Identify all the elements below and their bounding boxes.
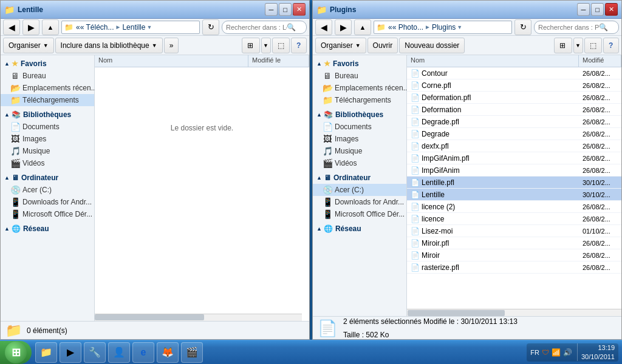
back-button-left[interactable]: ◀ [3, 19, 20, 35]
inclure-button-left[interactable]: Inclure dans la bibliothèque ▼ [55, 38, 163, 53]
close-button-right[interactable]: ✕ [605, 3, 618, 16]
sidebar-item-telechargements-left[interactable]: 📁 Téléchargements [1, 94, 94, 106]
col-modified-header-right[interactable]: Modifié [579, 55, 621, 67]
up-button-left[interactable]: ▲ [42, 19, 59, 35]
hscroll-right[interactable] [407, 309, 621, 316]
address-box-left[interactable]: 📁 «« Téléch... ► Lentille ▼ [61, 21, 200, 34]
nouveau-dossier-button-right[interactable]: Nouveau dossier [399, 38, 465, 53]
sidebar-item-bureau-right[interactable]: 🖥 Bureau [313, 70, 406, 82]
help-button-left[interactable]: ? [291, 38, 307, 53]
file-row[interactable]: 📄Degrade.pfl26/08/2... [407, 116, 621, 128]
file-row[interactable]: 📄Lentille30/10/2... [407, 189, 621, 201]
taskbar-explorer-left[interactable]: 📁 [35, 342, 57, 363]
file-row[interactable]: 📄Lentille.pfl30/10/2... [407, 177, 621, 189]
file-row[interactable]: 📄ImpGifAnim26/08/2... [407, 164, 621, 177]
taskbar-firefox[interactable]: 🦊 [157, 342, 179, 363]
sidebar-header-reseau-right[interactable]: ▲ 🌐 Réseau [313, 223, 406, 235]
sidebar-item-telechargements-right[interactable]: 📁 Téléchargements [313, 94, 406, 106]
sidebar-header-biblio-left[interactable]: ▲ 📚 Bibliothèques [1, 109, 94, 121]
sidebar-item-bureau-left[interactable]: 🖥 Bureau [1, 70, 94, 82]
forward-button-right[interactable]: ▶ [335, 19, 352, 35]
organiser-button-left[interactable]: Organiser ▼ [3, 38, 54, 53]
sidebar-item-documents-left[interactable]: 📄 Documents [1, 121, 94, 133]
search-box-right[interactable]: 🔍 [534, 21, 619, 34]
sidebar-header-biblio-right[interactable]: ▲ 📚 Bibliothèques [313, 109, 406, 121]
file-name-text: Miroir [422, 251, 440, 260]
refresh-button-right[interactable]: ↻ [514, 19, 531, 35]
refresh-button-left[interactable]: ↻ [202, 19, 219, 35]
file-row[interactable]: 📄Deformation.pfl26/08/2... [407, 92, 621, 104]
sidebar-header-favoris-left[interactable]: ▲ ★ Favoris [1, 58, 94, 70]
maximize-button-right[interactable]: □ [591, 3, 604, 16]
file-name-text: ImpGifAnim [422, 166, 460, 175]
file-row[interactable]: 📄Miroir.pfl26/08/2... [407, 237, 621, 249]
sidebar-item-msoffice-right[interactable]: 📱 Microsoft Office Dér... [313, 208, 406, 220]
file-modified-cell: 26/08/2... [579, 106, 621, 114]
sidebar-item-emplacements-left[interactable]: 📂 Emplacements récen... [1, 82, 94, 94]
taskbar-mediaplayer[interactable]: ▶ [60, 342, 81, 363]
clock-area[interactable]: 13:19 30/10/2011 [577, 343, 615, 361]
search-input-right[interactable] [538, 24, 599, 31]
sidebar-item-musique-right[interactable]: 🎵 Musique [313, 145, 406, 157]
file-row[interactable]: 📄Lisez-moi01/10/2... [407, 225, 621, 237]
pane-button-right[interactable]: ⬚ [584, 38, 602, 53]
forward-button-left[interactable]: ▶ [22, 19, 39, 35]
addr-chevron-left: ▼ [146, 24, 152, 30]
view-button-left[interactable]: ⊞ [242, 38, 260, 53]
search-box-left[interactable]: 🔍 [222, 21, 307, 34]
sidebar-header-ordinateur-left[interactable]: ▲ 🖥 Ordinateur [1, 172, 94, 184]
file-row[interactable]: 📄rasterize.pfl26/08/2... [407, 261, 621, 274]
sidebar-item-acer-left[interactable]: 💿 Acer (C:) [1, 184, 94, 196]
sidebar-item-emplacements-right[interactable]: 📂 Emplacements récen... [313, 82, 406, 94]
sidebar-header-favoris-right[interactable]: ▲ ★ Favoris [313, 58, 406, 70]
sidebar-item-videos-left[interactable]: 🎬 Vidéos [1, 157, 94, 169]
minimize-button-left[interactable]: ─ [265, 3, 278, 16]
maximize-button-left[interactable]: □ [279, 3, 292, 16]
view-arrow-right[interactable]: ▼ [573, 38, 583, 53]
col-name-header-right[interactable]: Nom [407, 55, 579, 67]
up-button-right[interactable]: ▲ [354, 19, 371, 35]
col-name-header-left[interactable]: Nom [95, 55, 248, 67]
close-button-left[interactable]: ✕ [293, 3, 306, 16]
file-row[interactable]: 📄Degrade26/08/2... [407, 128, 621, 140]
organiser-button-right[interactable]: Organiser ▼ [315, 38, 366, 53]
ouvrir-button-right[interactable]: Ouvrir [367, 38, 398, 53]
sidebar-item-documents-right[interactable]: 📄 Documents [313, 121, 406, 133]
taskbar-ie[interactable]: e [132, 342, 154, 363]
file-row[interactable]: 📄Corne.pfl26/08/2... [407, 79, 621, 92]
sidebar-header-ordinateur-right[interactable]: ▲ 🖥 Ordinateur [313, 172, 406, 184]
search-input-left[interactable] [226, 24, 287, 31]
sidebar-item-images-right[interactable]: 🖼 Images [313, 133, 406, 145]
addr-current-right: Plugins [432, 23, 456, 32]
view-arrow-left[interactable]: ▼ [261, 38, 271, 53]
sidebar-item-musique-left[interactable]: 🎵 Musique [1, 145, 94, 157]
file-row[interactable]: 📄ImpGifAnim.pfl26/08/2... [407, 152, 621, 164]
view-button-right[interactable]: ⊞ [554, 38, 572, 53]
help-button-right[interactable]: ? [603, 38, 619, 53]
file-row[interactable]: 📄licence26/08/2... [407, 213, 621, 225]
sidebar-item-downloads-left[interactable]: 📱 Downloads for Andr... [1, 196, 94, 208]
pane-button-left[interactable]: ⬚ [272, 38, 290, 53]
ordinateur-icon-left: 🖥 [12, 174, 19, 182]
file-row[interactable]: 📄Miroir26/08/2... [407, 249, 621, 261]
sidebar-item-acer-right[interactable]: 💿 Acer (C:) [313, 184, 406, 196]
sidebar-item-msoffice-left[interactable]: 📱 Microsoft Office Dér... [1, 208, 94, 220]
file-row[interactable]: 📄Contour26/08/2... [407, 67, 621, 79]
taskbar-app3[interactable]: 🎬 [181, 342, 203, 363]
back-button-right[interactable]: ◀ [315, 19, 332, 35]
taskbar-app2[interactable]: 👤 [108, 342, 130, 363]
address-box-right[interactable]: 📁 «« Photo... ► Plugins ▼ [374, 21, 512, 34]
sidebar-item-videos-right[interactable]: 🎬 Vidéos [313, 157, 406, 169]
file-row[interactable]: 📄dexfx.pfl26/08/2... [407, 140, 621, 152]
start-button[interactable]: ⊞ [0, 341, 32, 364]
more-button-left[interactable]: » [164, 38, 179, 53]
minimize-button-right[interactable]: ─ [577, 3, 590, 16]
taskbar-app1[interactable]: 🔧 [84, 342, 106, 363]
hscroll-left[interactable] [95, 314, 302, 321]
sidebar-item-downloads-right[interactable]: 📱 Downloads for Andr... [313, 196, 406, 208]
sidebar-header-reseau-left[interactable]: ▲ 🌐 Réseau [1, 223, 94, 235]
file-row[interactable]: 📄Deformation26/08/2... [407, 104, 621, 116]
sidebar-item-images-left[interactable]: 🖼 Images [1, 133, 94, 145]
col-modified-header-left[interactable]: Modifié le [248, 55, 309, 67]
file-row[interactable]: 📄licence (2)26/08/2... [407, 201, 621, 213]
